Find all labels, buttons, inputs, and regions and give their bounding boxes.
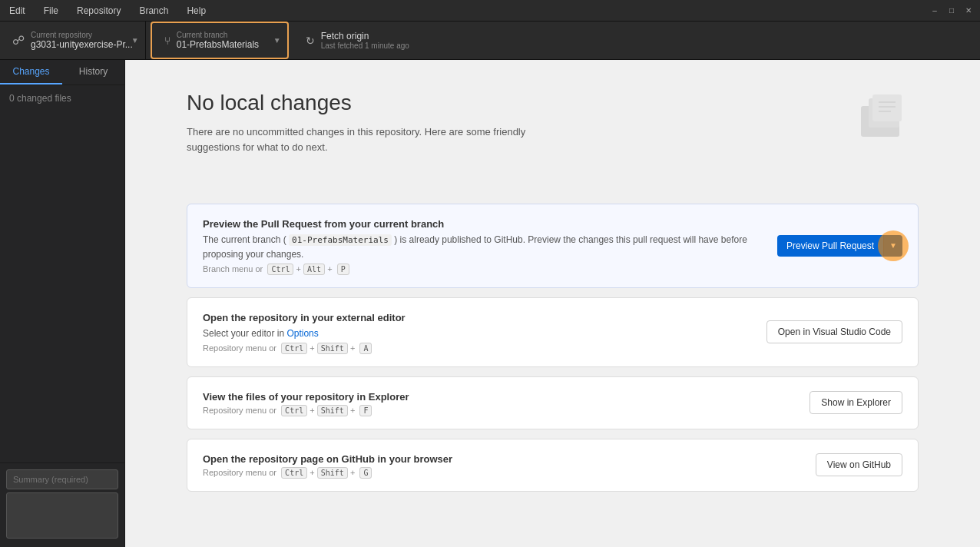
branch-icon: ⑂ <box>164 35 171 47</box>
menu-repository[interactable]: Repository <box>74 4 124 18</box>
tab-history[interactable]: History <box>62 60 124 85</box>
main-layout: Changes History 0 changed files No local… <box>0 60 980 547</box>
preview-pr-shortcut: Branch menu or Ctrl + Alt + P <box>203 264 762 274</box>
no-changes-description: There are no uncommitted changes in this… <box>187 124 571 154</box>
options-link[interactable]: Options <box>286 328 318 339</box>
preview-pr-button[interactable]: Preview Pull Request <box>777 235 883 257</box>
illustration <box>857 91 919 144</box>
menu-bar: Edit File Repository Branch Help <box>6 4 920 18</box>
branch-chevron-icon: ▼ <box>273 36 281 45</box>
open-editor-shortcut: Repository menu or Ctrl + Shift + A <box>203 343 751 353</box>
preview-pr-card: Preview the Pull Request from your curre… <box>187 204 919 288</box>
minimize-button[interactable]: – <box>929 5 940 16</box>
show-explorer-button[interactable]: Show in Explorer <box>809 391 902 414</box>
content-area: No local changes There are no uncommitte… <box>125 60 980 547</box>
menu-help[interactable]: Help <box>184 4 209 18</box>
fetch-label: Fetch origin <box>321 31 409 41</box>
branch-label: Current branch <box>177 31 259 39</box>
preview-pr-button-group: Preview Pull Request ▼ <box>777 235 902 257</box>
maximize-button[interactable]: □ <box>946 5 957 16</box>
fetch-icon: ↻ <box>306 35 315 47</box>
title-bar: Edit File Repository Branch Help – □ ✕ <box>0 0 980 22</box>
show-explorer-card: View the files of your repository in Exp… <box>187 376 919 429</box>
current-repo-button[interactable]: ☍ Current repository g3031-unityexercise… <box>0 22 146 59</box>
menu-file[interactable]: File <box>41 4 61 18</box>
no-changes-header: No local changes There are no uncommitte… <box>187 91 919 179</box>
preview-pr-title: Preview the Pull Request from your curre… <box>203 218 762 230</box>
show-explorer-shortcut: Repository menu or Ctrl + Shift + F <box>203 406 794 415</box>
commit-area <box>0 462 124 547</box>
repo-chevron-icon: ▼ <box>131 36 139 45</box>
open-editor-desc: Select your editor in Options <box>203 327 751 340</box>
window-controls: – □ ✕ <box>929 5 974 16</box>
commit-description-input[interactable] <box>6 492 118 539</box>
view-github-shortcut: Repository menu or Ctrl + Shift + G <box>203 468 800 477</box>
fetch-origin-button[interactable]: ↻ Fetch origin Last fetched 1 minute ago <box>293 22 422 59</box>
sidebar-tabs: Changes History <box>0 60 124 85</box>
menu-edit[interactable]: Edit <box>6 4 28 18</box>
open-editor-card: Open the repository in your external edi… <box>187 297 919 367</box>
menu-branch[interactable]: Branch <box>136 4 171 18</box>
view-github-button[interactable]: View on GitHub <box>816 453 902 476</box>
branch-name: 01-PrefabsMaterials <box>177 39 259 50</box>
open-editor-button[interactable]: Open in Visual Studio Code <box>766 320 902 343</box>
current-branch-button[interactable]: ⑂ Current branch 01-PrefabsMaterials ▼ <box>151 22 289 59</box>
sidebar: Changes History 0 changed files <box>0 60 125 547</box>
open-editor-title: Open the repository in your external edi… <box>203 312 751 323</box>
tab-changes[interactable]: Changes <box>0 60 62 85</box>
repo-label: Current repository <box>31 31 133 39</box>
preview-pr-dropdown-button[interactable]: ▼ <box>883 235 902 257</box>
preview-pr-desc: The current branch ( 01-PrefabsMaterials… <box>203 233 762 261</box>
repo-name: g3031-unityexercise-Pr... <box>31 39 133 50</box>
view-github-card: Open the repository page on GitHub in yo… <box>187 439 919 492</box>
close-button[interactable]: ✕ <box>963 5 974 16</box>
fetch-sub: Last fetched 1 minute ago <box>321 41 409 50</box>
view-github-title: Open the repository page on GitHub in yo… <box>203 453 800 465</box>
no-changes-title: No local changes <box>187 91 857 115</box>
toolbar: ☍ Current repository g3031-unityexercise… <box>0 22 980 60</box>
changed-files-count: 0 changed files <box>0 85 124 111</box>
show-explorer-title: View the files of your repository in Exp… <box>203 391 794 403</box>
repo-icon: ☍ <box>12 33 25 48</box>
commit-summary-input[interactable] <box>6 469 118 489</box>
svg-rect-2 <box>872 94 902 121</box>
